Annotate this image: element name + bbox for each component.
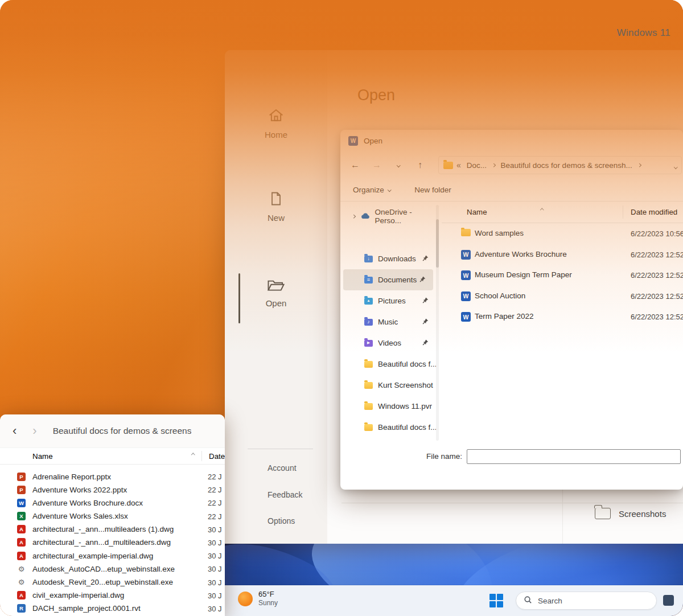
backstage-nav-feedback[interactable]: Feedback <box>268 490 302 499</box>
tree-item-videos[interactable]: ▶ Videos <box>340 332 436 354</box>
file-row[interactable]: P Adventure Works 2022.pptx 22 J <box>0 483 225 496</box>
music-icon: ♪ <box>364 319 373 326</box>
taskbar-search-box[interactable]: Search <box>516 592 657 610</box>
tree-quick-access: ↓ Downloads ≡ Documents ▲ Pictures ♪ Mus… <box>340 248 436 438</box>
file-row[interactable]: A architectural_-_ann...d_multileaders.d… <box>0 536 225 549</box>
organize-button[interactable]: Organize <box>353 186 390 194</box>
file-name: Adventure Works Brochure.docx <box>32 499 143 507</box>
tree-item-folder[interactable]: Windows 11.pvr <box>340 396 436 417</box>
installer-gear-icon: ⚙ <box>17 578 26 586</box>
tree-scrollbar-thumb[interactable] <box>436 219 439 268</box>
column-header-name[interactable]: Name <box>32 452 53 461</box>
navigation-pane: OneDrive - Perso... ↓ Downloads ≡ Docume… <box>340 202 436 444</box>
tree-item-music[interactable]: ♪ Music <box>340 311 436 332</box>
new-folder-label: New folder <box>414 186 451 194</box>
backstage-nav-new[interactable]: New <box>225 190 327 223</box>
column-resize-handle[interactable] <box>201 451 202 461</box>
dialog-titlebar[interactable]: W Open <box>340 130 683 151</box>
file-date: 22 J <box>208 473 222 481</box>
file-row[interactable]: W Adventure Works Brochure 6/22/2023 12:… <box>442 244 683 265</box>
file-date: 22 J <box>208 512 222 521</box>
forward-button[interactable]: › <box>29 422 40 440</box>
column-resize-handle[interactable] <box>623 206 623 219</box>
file-row[interactable]: W Term Paper 2022 6/22/2023 12:52 <box>442 306 683 327</box>
file-date: 30 J <box>208 565 222 573</box>
tree-item-folder[interactable]: Beautiful docs f... <box>340 417 436 438</box>
breadcrumb-item-documents[interactable]: Doc... <box>464 161 489 170</box>
column-header-date-modified[interactable]: Date modified <box>631 208 677 216</box>
file-date: 22 J <box>208 486 222 494</box>
tree-scrollbar-track[interactable] <box>436 205 439 441</box>
recent-locations-button[interactable] <box>390 157 406 173</box>
chevron-right-icon <box>492 163 495 167</box>
dwg-file-icon: A <box>17 552 26 560</box>
column-header-date[interactable]: Date <box>209 452 225 461</box>
pin-icon <box>422 339 429 347</box>
backstage-nav-label: New <box>225 213 327 223</box>
breadcrumb-overflow-button[interactable]: « <box>455 161 462 170</box>
tree-item-pictures[interactable]: ▲ Pictures <box>340 290 436 311</box>
file-row[interactable]: A architectural_example-imperial.dwg 30 … <box>0 549 225 562</box>
file-date: 6/22/2023 12:52 <box>631 271 683 280</box>
start-button[interactable] <box>489 594 503 607</box>
column-header-name[interactable]: Name <box>467 208 487 216</box>
folder-icon <box>364 403 373 410</box>
file-date: 6/22/2023 12:52 <box>631 313 683 321</box>
file-row[interactable]: R DACH_sample_project.0001.rvt 30 J <box>0 602 225 615</box>
file-name: Word samples <box>475 229 524 237</box>
breadcrumb-item-current[interactable]: Beautiful docs for demos & screensh... <box>499 161 635 170</box>
backstage-nav-open[interactable]: Open <box>225 278 327 308</box>
explorer-file-list: P Adrenaline Report.pptx 22 J P Adventur… <box>0 465 225 615</box>
explorer-titlebar[interactable]: ‹ › Beautiful docs for demos & screens <box>0 414 225 447</box>
tree-item-label: OneDrive - Perso... <box>375 208 437 225</box>
file-row[interactable]: W Museum Design Term Paper 6/22/2023 12:… <box>442 265 683 286</box>
folder-icon <box>595 508 611 519</box>
up-button[interactable]: ↑ <box>412 157 428 173</box>
backstage-nav-home[interactable]: Home <box>225 107 327 139</box>
tree-item-folder[interactable]: Beautiful docs f... <box>340 354 436 375</box>
downloads-icon: ↓ <box>364 256 373 262</box>
file-row[interactable]: P Adrenaline Report.pptx 22 J <box>0 470 225 483</box>
tree-item-documents[interactable]: ≡ Documents <box>343 269 433 290</box>
forward-button[interactable]: → <box>369 157 385 173</box>
weather-temperature: 65°F <box>258 590 278 599</box>
file-row[interactable]: Word samples 6/22/2023 10:56 <box>442 223 683 244</box>
file-date: 30 J <box>208 578 222 587</box>
folder-icon <box>443 162 453 169</box>
file-row[interactable]: X Adventure Works Sales.xlsx 22 J <box>0 510 225 523</box>
breadcrumb-chevron[interactable] <box>637 164 642 167</box>
file-row[interactable]: A civil_example-imperial.dwg 30 J <box>0 589 225 602</box>
tree-item-onedrive[interactable]: OneDrive - Perso... <box>340 208 436 224</box>
backstage-nav-options[interactable]: Options <box>268 516 295 525</box>
file-name: Adventure Works Sales.xlsx <box>32 512 128 520</box>
word-file-icon: W <box>461 250 471 260</box>
back-button[interactable]: ← <box>347 157 363 173</box>
file-name-input[interactable] <box>467 449 681 464</box>
new-folder-button[interactable]: New folder <box>414 186 451 194</box>
tree-item-downloads[interactable]: ↓ Downloads <box>340 248 436 269</box>
file-name: architectural_example-imperial.dwg <box>32 552 153 560</box>
file-row[interactable]: A architectural_-_ann...multileaders (1)… <box>0 523 225 536</box>
file-row[interactable]: W Adventure Works Brochure.docx 22 J <box>0 496 225 510</box>
sort-ascending-icon <box>540 208 544 212</box>
file-row[interactable]: ⚙ Autodesk_AutoCAD...etup_webinstall.exe… <box>0 562 225 576</box>
weather-widget[interactable]: 65°F Sunny <box>238 590 278 607</box>
dwg-file-icon: A <box>17 538 26 547</box>
file-name: Autodesk_Revit_20...etup_webinstall.exe <box>32 578 173 586</box>
address-bar[interactable]: « Doc... Beautiful docs for demos & scre… <box>438 156 682 174</box>
screenshots-folder-item[interactable]: Screenshots <box>595 508 666 519</box>
widgets-tray-icon[interactable] <box>663 595 674 606</box>
tree-item-label: Documents <box>378 276 417 284</box>
folder-icon <box>364 382 373 389</box>
dialog-title: Open <box>364 137 382 145</box>
breadcrumb-chevron[interactable] <box>491 164 496 167</box>
tree-item-folder[interactable]: Kurt Screenshot <box>340 375 436 396</box>
word-file-icon: W <box>461 312 471 322</box>
file-row[interactable]: W School Auction 6/22/2023 12:52 <box>442 286 683 307</box>
file-row[interactable]: ⚙ Autodesk_Revit_20...etup_webinstall.ex… <box>0 576 225 589</box>
address-dropdown-button[interactable] <box>674 160 677 170</box>
back-button[interactable]: ‹ <box>9 422 20 440</box>
chevron-down-icon <box>397 163 400 167</box>
tree-item-label: Windows 11.pvr <box>378 402 432 410</box>
backstage-nav-account[interactable]: Account <box>268 463 297 473</box>
